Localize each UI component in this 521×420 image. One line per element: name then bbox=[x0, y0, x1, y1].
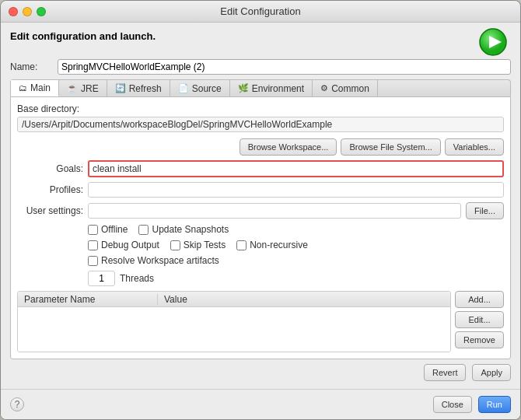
name-input[interactable] bbox=[58, 59, 511, 75]
maximize-button[interactable] bbox=[37, 7, 46, 16]
add-button[interactable]: Add... bbox=[455, 291, 504, 308]
goals-input[interactable] bbox=[88, 160, 504, 177]
user-settings-input[interactable] bbox=[88, 203, 461, 219]
table-body bbox=[18, 307, 450, 352]
footer-right: Close Run bbox=[433, 396, 511, 413]
offline-checkbox-item: Offline bbox=[88, 224, 128, 235]
footer-bar: ? Close Run bbox=[1, 389, 520, 419]
main-tab-label: Main bbox=[30, 82, 51, 93]
run-play-icon[interactable] bbox=[478, 27, 508, 57]
page-title: Edit configuration and launch. bbox=[10, 30, 156, 42]
offline-label: Offline bbox=[101, 224, 128, 235]
close-button[interactable]: Close bbox=[433, 396, 472, 413]
title-bar: Edit Configuration bbox=[1, 1, 520, 23]
minimize-button[interactable] bbox=[23, 7, 32, 16]
tab-source[interactable]: 📄 Source bbox=[170, 80, 230, 96]
non-recursive-checkbox[interactable] bbox=[236, 240, 247, 250]
resolve-workspace-label: Resolve Workspace artifacts bbox=[101, 255, 219, 266]
non-recursive-label: Non-recursive bbox=[250, 240, 308, 250]
revert-button[interactable]: Revert bbox=[424, 364, 466, 381]
resolve-workspace-checkbox[interactable] bbox=[88, 256, 98, 266]
skip-tests-checkbox[interactable] bbox=[170, 240, 180, 250]
update-snapshots-checkbox-item: Update Snapshots bbox=[138, 224, 229, 235]
source-tab-label: Source bbox=[192, 83, 222, 94]
base-directory-input[interactable] bbox=[17, 117, 504, 132]
profiles-label: Profiles: bbox=[17, 184, 83, 195]
remove-button[interactable]: Remove bbox=[455, 331, 504, 348]
skip-tests-checkbox-item: Skip Tests bbox=[170, 240, 226, 250]
traffic-lights[interactable] bbox=[9, 7, 46, 16]
tabs-bar: 🗂 Main ☕ JRE 🔄 Refresh 📄 Source 🌿 Enviro… bbox=[10, 79, 511, 96]
user-settings-label: User settings: bbox=[17, 205, 83, 216]
base-directory-label: Base directory: bbox=[17, 103, 504, 114]
file-button[interactable]: File... bbox=[466, 202, 504, 219]
offline-checkbox[interactable] bbox=[88, 225, 98, 235]
table-header: Parameter Name Value bbox=[18, 292, 450, 307]
common-tab-label: Common bbox=[331, 83, 369, 94]
param-name-col-header: Parameter Name bbox=[18, 294, 158, 305]
tab-jre[interactable]: ☕ JRE bbox=[59, 80, 107, 96]
help-icon[interactable]: ? bbox=[10, 397, 24, 411]
environment-tab-icon: 🌿 bbox=[238, 83, 249, 93]
browse-filesystem-button[interactable]: Browse File System... bbox=[341, 138, 440, 156]
debug-output-label: Debug Output bbox=[101, 240, 159, 250]
threads-label: Threads bbox=[120, 273, 154, 284]
tab-main[interactable]: 🗂 Main bbox=[11, 80, 59, 96]
goals-label: Goals: bbox=[17, 163, 83, 174]
main-tab-icon: 🗂 bbox=[19, 83, 27, 93]
name-label: Name: bbox=[10, 61, 53, 72]
non-recursive-checkbox-item: Non-recursive bbox=[236, 240, 308, 250]
browse-workspace-button[interactable]: Browse Workspace... bbox=[240, 138, 337, 156]
window-title: Edit Configuration bbox=[220, 5, 300, 17]
tab-common[interactable]: ⚙ Common bbox=[313, 80, 378, 96]
refresh-tab-label: Refresh bbox=[129, 83, 162, 94]
variables-button[interactable]: Variables... bbox=[445, 138, 504, 156]
update-snapshots-label: Update Snapshots bbox=[152, 224, 229, 235]
close-button[interactable] bbox=[9, 7, 18, 16]
jre-tab-label: JRE bbox=[81, 83, 99, 94]
source-tab-icon: 📄 bbox=[178, 83, 189, 93]
tab-refresh[interactable]: 🔄 Refresh bbox=[107, 80, 170, 96]
environment-tab-label: Environment bbox=[252, 83, 304, 94]
update-snapshots-checkbox[interactable] bbox=[138, 225, 149, 235]
value-col-header: Value bbox=[158, 294, 450, 305]
tab-environment[interactable]: 🌿 Environment bbox=[230, 80, 313, 96]
apply-button[interactable]: Apply bbox=[472, 364, 511, 381]
jre-tab-icon: ☕ bbox=[67, 83, 78, 93]
revert-apply-bar: Revert Apply bbox=[10, 359, 511, 381]
debug-output-checkbox[interactable] bbox=[88, 240, 98, 250]
skip-tests-label: Skip Tests bbox=[184, 240, 226, 250]
profiles-input[interactable] bbox=[88, 182, 504, 198]
debug-output-checkbox-item: Debug Output bbox=[88, 240, 159, 250]
resolve-workspace-checkbox-item: Resolve Workspace artifacts bbox=[88, 255, 219, 266]
common-tab-icon: ⚙ bbox=[320, 83, 328, 93]
threads-input[interactable] bbox=[88, 271, 115, 286]
edit-button[interactable]: Edit... bbox=[455, 311, 504, 328]
run-button[interactable]: Run bbox=[478, 396, 511, 413]
refresh-tab-icon: 🔄 bbox=[115, 83, 126, 93]
